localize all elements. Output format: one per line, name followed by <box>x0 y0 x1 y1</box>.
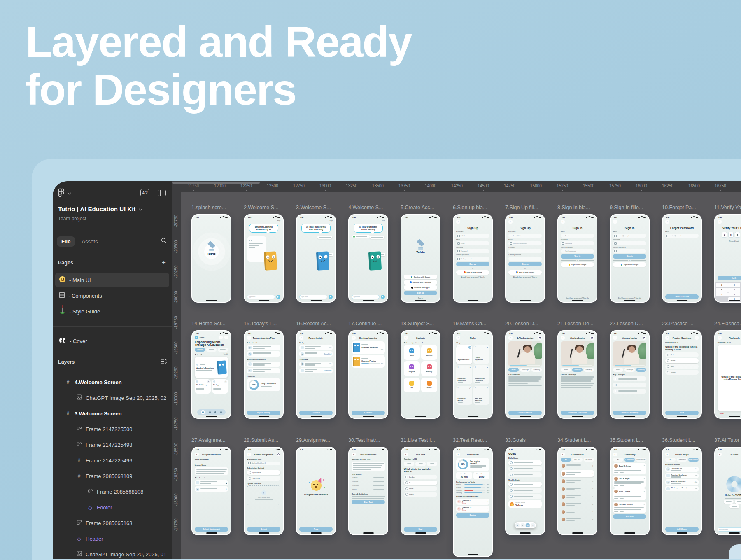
toolbar-button[interactable]: ≡ <box>531 523 535 527</box>
leaderboard-row[interactable]: 2 <box>561 470 594 477</box>
primary-button[interactable]: Done <box>299 527 333 532</box>
open-icon[interactable]: ↗ <box>224 380 227 383</box>
back-button[interactable]: ‹ <box>299 336 303 340</box>
text-link[interactable]: Don't have an account? Sign Up <box>613 297 646 299</box>
clock-icon[interactable] <box>277 453 281 457</box>
phone-mockup[interactable]: 9:41‹MathsChapters1↗Algebra basics2↗Line… <box>453 330 493 419</box>
back-button[interactable]: ‹ <box>195 453 199 457</box>
tab-notes[interactable]: Notes <box>613 368 623 372</box>
sidebar-layer-item[interactable]: #4.Welcome Screen <box>65 375 169 390</box>
primary-button[interactable]: Sign In <box>613 254 646 259</box>
nav-home-button[interactable] <box>201 410 205 414</box>
key-1[interactable]: 1 <box>716 283 728 287</box>
phone-mockup[interactable]: 9:41‹Sign InEmailEmailPasswordPasswordCo… <box>557 214 597 303</box>
tab-summary[interactable]: Summary <box>636 368 646 372</box>
search-icon[interactable] <box>161 238 167 245</box>
input-field[interactable]: contact@example.com <box>613 234 646 238</box>
back-button[interactable]: ‹ <box>613 220 617 224</box>
phone-mockup[interactable]: 9:41‹Submit AssignmentAssignment TitleAl… <box>244 447 284 535</box>
skip-button[interactable]: Skip <box>277 219 280 222</box>
answer-option[interactable]: Paris <box>404 481 437 485</box>
key-2[interactable]: 2 <box>728 283 740 287</box>
frame-label[interactable]: 3.Welcome S... <box>296 205 336 210</box>
chapter-card[interactable]: 1↗Algebra basics <box>456 345 472 364</box>
sidebar-page-item[interactable]: - Components <box>55 288 169 303</box>
back-button[interactable]: ‹ <box>665 336 669 340</box>
frame-label[interactable]: 21.Lesson De... <box>557 321 597 327</box>
chat-input[interactable]: Type here... <box>352 295 380 299</box>
social-button[interactable]: Sign up with Google <box>508 270 542 275</box>
sidebar-layer-item[interactable]: ChatGPT Image Sep 20, 2025, 01 <box>76 547 169 559</box>
primary-button[interactable]: Start Test <box>352 500 385 504</box>
filter-pill[interactable] <box>218 348 228 352</box>
otp-digit[interactable]: 1 <box>722 232 727 238</box>
community-post[interactable]: David M. Ortega1 hr <box>613 463 646 475</box>
back-button[interactable]: ‹ <box>561 220 565 224</box>
filter-pill[interactable]: All <box>561 458 571 462</box>
filter-pill[interactable]: By Grade <box>584 458 594 462</box>
flashcard[interactable]: Which of the Following is not a Primary … <box>718 345 741 411</box>
primary-button[interactable]: Download Notes <box>508 411 542 415</box>
list-item[interactable]: ‥Ancient HistoriansJoin <box>665 479 699 485</box>
social-button[interactable]: Continue with Apple <box>404 285 437 290</box>
tab-assets[interactable]: Assets <box>82 238 98 245</box>
send-button[interactable] <box>329 295 333 299</box>
frame-label[interactable]: 5.Create Acc... <box>401 205 440 210</box>
frame-label[interactable]: 20.Lesson D... <box>505 321 545 327</box>
phone-mockup[interactable]: 9:41SkipAI That Transforms Your Learning… <box>296 214 336 303</box>
input-field[interactable]: Verify password <box>561 249 594 253</box>
phone-mockup[interactable]: 9:41‹Test Results80%Yes, you're passed!T… <box>453 447 493 557</box>
frame-label[interactable]: 16.Recent Ac... <box>296 321 336 327</box>
chat-input[interactable]: Type here... <box>247 295 275 299</box>
text-link[interactable]: Sign In <box>404 297 437 299</box>
answer-option[interactable]: Upload File <box>247 470 280 475</box>
filter-pill[interactable]: All <box>613 458 623 462</box>
continue-course-card[interactable]: Algebra's Equations65% <box>352 341 385 354</box>
sidebar-layer-item[interactable]: ◇Header <box>76 531 169 546</box>
frame-label[interactable]: 1.splash scre... <box>191 205 231 210</box>
nav-icon[interactable] <box>209 411 211 413</box>
filter-pill[interactable]: Community <box>677 458 687 462</box>
open-chapter-icon[interactable]: ↗ <box>486 346 489 349</box>
phone-mockup[interactable]: 9:41‹1.Algebra basicsNotesTranscriptSumm… <box>505 330 545 419</box>
figma-logo-icon[interactable] <box>58 188 64 197</box>
input-field[interactable]: Password <box>561 241 594 245</box>
frame-label[interactable]: 34.Student L... <box>557 437 597 443</box>
frame-label[interactable]: 22.Lesson D... <box>610 321 650 327</box>
primary-button[interactable]: Download Summary <box>613 411 646 415</box>
filter-pill[interactable] <box>206 348 217 352</box>
frame-label[interactable]: 4.Welcome S... <box>348 205 388 210</box>
list-item[interactable]: ✦ <box>247 362 280 367</box>
back-button[interactable]: ‹ <box>508 220 513 224</box>
input-field[interactable]: example@gmail.com <box>508 241 542 245</box>
back-button[interactable]: ‹ <box>613 453 617 457</box>
back-button[interactable]: ‹ <box>665 220 669 224</box>
back-button[interactable]: ‹ <box>718 220 722 224</box>
leaderboard-row[interactable]: 8 <box>561 516 594 523</box>
goal-item[interactable] <box>508 482 542 487</box>
lesson-video[interactable] <box>508 341 542 367</box>
phone-mockup[interactable]: 9:41‹FlashcardsQuestion 1 of 10Which of … <box>714 330 741 419</box>
phone-mockup[interactable]: 9:41‹Sign UpFull NameJane R CarterEmaile… <box>505 214 545 303</box>
back-button[interactable]: ‹ <box>718 453 722 457</box>
social-button[interactable]: Sign in with Google <box>561 262 594 267</box>
subject-card[interactable]: Art <box>404 378 420 392</box>
filter-pill[interactable]: Study Groups <box>636 458 646 462</box>
chapter-card[interactable]: 5↗Geometry Basics <box>456 386 472 405</box>
input-field[interactable]: Verify password <box>456 257 489 261</box>
list-item[interactable]: ☰4/10 <box>299 345 333 350</box>
next-button[interactable]: NEXT <box>720 413 724 415</box>
subject-card[interactable]: History <box>421 361 437 376</box>
answer-option[interactable]: Text Entry <box>247 476 280 481</box>
phone-mockup[interactable]: 9:41‹Sign InEmailcontact@example.comPass… <box>610 214 650 303</box>
social-button[interactable]: Sign up with Google <box>456 270 489 275</box>
phone-mockup[interactable]: 9:41‹Today's Learning PlanScheduled Less… <box>244 330 284 419</box>
leaderboard-row[interactable]: 5 <box>561 493 594 500</box>
phone-mockup[interactable]: 9:41‹Sign UpFull NameFull NameEmailEmail… <box>453 214 493 303</box>
goal-item[interactable] <box>508 494 542 499</box>
suggestion-chip[interactable] <box>724 500 734 504</box>
input-field[interactable]: Jane R Carter <box>508 234 542 238</box>
leaderboard-row[interactable]: 3 <box>561 478 594 485</box>
primary-button[interactable]: Add Group <box>665 527 699 532</box>
layer-sort-icon[interactable] <box>160 358 167 366</box>
